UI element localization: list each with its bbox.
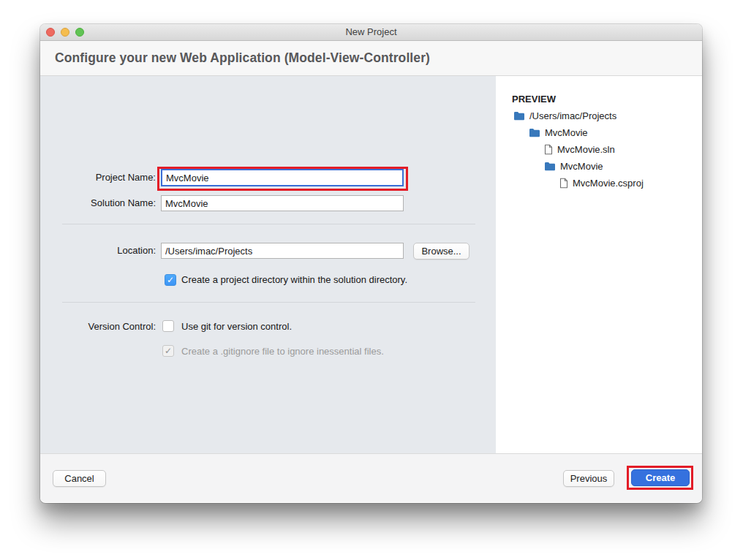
checkbox-project-dir[interactable]: ✓ <box>165 274 176 286</box>
create-button[interactable]: Create <box>631 469 690 486</box>
tree-item[interactable]: MvcMovie.csproj <box>513 175 698 192</box>
window-title: New Project <box>40 24 702 40</box>
tree-item[interactable]: /Users/imac/Projects <box>513 107 698 124</box>
desktop-background: New Project Configure your new Web Appli… <box>0 0 743 560</box>
project-name-label: Project Name: <box>46 172 156 183</box>
checkbox-use-git[interactable]: ✓ <box>162 320 174 332</box>
solution-name-input[interactable] <box>161 195 404 211</box>
check-icon: ✓ <box>165 321 172 331</box>
traffic-lights <box>46 28 84 37</box>
file-icon <box>544 144 553 155</box>
project-name-input[interactable] <box>161 169 404 186</box>
location-label: Location: <box>46 245 156 257</box>
wizard-footer: Cancel Previous Create <box>40 453 702 502</box>
folder-icon <box>544 162 556 171</box>
use-git-checkbox-label: Use git for version control. <box>181 321 292 333</box>
form-panel: Project Name: Solution Name: Location: B… <box>40 76 496 453</box>
solution-name-label: Solution Name: <box>46 197 156 209</box>
tree-item[interactable]: MvcMovie.sln <box>513 141 698 158</box>
section-divider <box>62 302 475 303</box>
tree-item-label: MvcMovie.sln <box>557 144 615 155</box>
wizard-body: Project Name: Solution Name: Location: B… <box>40 76 702 453</box>
folder-icon <box>513 111 525 121</box>
file-icon <box>559 178 568 189</box>
wizard-header: Configure your new Web Application (Mode… <box>40 41 702 76</box>
window-titlebar[interactable]: New Project <box>40 24 702 41</box>
folder-icon <box>529 128 540 137</box>
browse-button[interactable]: Browse... <box>413 243 469 260</box>
tree-item[interactable]: MvcMovie <box>513 158 698 175</box>
tree-item-label: /Users/imac/Projects <box>529 110 616 121</box>
zoom-window-icon[interactable] <box>75 28 84 37</box>
minimize-window-icon[interactable] <box>61 28 69 37</box>
check-icon: ✓ <box>165 346 172 356</box>
section-divider <box>62 224 475 224</box>
preview-heading: PREVIEW <box>512 94 556 105</box>
check-icon: ✓ <box>167 275 174 285</box>
version-control-label: Version Control: <box>46 321 156 333</box>
cancel-button[interactable]: Cancel <box>53 470 106 487</box>
gitignore-checkbox-label: Create a .gitignore file to ignore iness… <box>181 346 384 357</box>
project-dir-checkbox-label: Create a project directory within the so… <box>181 274 407 286</box>
checkbox-gitignore: ✓ <box>162 345 174 357</box>
previous-button[interactable]: Previous <box>563 470 614 487</box>
preview-tree: /Users/imac/ProjectsMvcMovieMvcMovie.sln… <box>513 107 698 192</box>
tree-item-label: MvcMovie.csproj <box>573 178 644 189</box>
page-title: Configure your new Web Application (Mode… <box>55 50 430 66</box>
preview-panel: PREVIEW /Users/imac/ProjectsMvcMovieMvcM… <box>496 76 702 453</box>
close-window-icon[interactable] <box>46 28 55 37</box>
tree-item-label: MvcMovie <box>560 161 603 172</box>
new-project-window: New Project Configure your new Web Appli… <box>40 24 702 503</box>
tree-item[interactable]: MvcMovie <box>513 124 698 141</box>
tree-item-label: MvcMovie <box>545 127 588 138</box>
location-input[interactable] <box>161 243 404 259</box>
